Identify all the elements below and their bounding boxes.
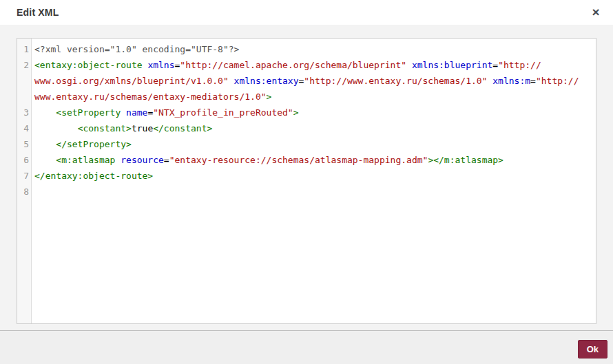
dialog-header: Edit XML × bbox=[0, 0, 613, 25]
line-number: 1 bbox=[17, 41, 32, 57]
code-line: 3 <setProperty name="NTX_profile_in_preR… bbox=[17, 105, 596, 120]
code-line: 4 <constant>true</constant> bbox=[17, 120, 596, 136]
code-text: <setProperty name="NTX_profile_in_preRou… bbox=[32, 105, 299, 120]
line-number: 3 bbox=[17, 105, 32, 120]
line-number: 5 bbox=[17, 136, 32, 152]
line-number: 6 bbox=[17, 152, 32, 168]
code-line: 1<?xml version="1.0" encoding="UTF-8"?> bbox=[17, 41, 596, 57]
code-line: 6 <m:atlasmap resource="entaxy-resource:… bbox=[17, 152, 596, 168]
dialog-footer: Ok bbox=[0, 330, 613, 364]
code-line: www.entaxy.ru/schemas/entaxy-mediators/1… bbox=[17, 89, 596, 105]
code-line: www.osgi.org/xmlns/blueprint/v1.0.0" xml… bbox=[17, 73, 596, 89]
code-text: <constant>true</constant> bbox=[32, 120, 212, 136]
code-line: 7</entaxy:object-route> bbox=[17, 168, 596, 184]
code-text: </entaxy:object-route> bbox=[32, 168, 153, 184]
ok-button[interactable]: Ok bbox=[578, 340, 607, 358]
code-text: <m:atlasmap resource="entaxy-resource://… bbox=[32, 152, 503, 168]
code-text: <entaxy:object-route xmlns="http://camel… bbox=[32, 57, 541, 73]
line-number: 4 bbox=[17, 120, 32, 136]
code-text: www.osgi.org/xmlns/blueprint/v1.0.0" xml… bbox=[32, 73, 579, 89]
dialog-title: Edit XML bbox=[17, 7, 59, 18]
code-text: </setProperty> bbox=[32, 136, 132, 152]
line-number bbox=[17, 73, 32, 89]
code-line: 2<entaxy:object-route xmlns="http://came… bbox=[17, 57, 596, 73]
xml-editor[interactable]: 1<?xml version="1.0" encoding="UTF-8"?>2… bbox=[17, 38, 596, 324]
code-line: 8 bbox=[17, 184, 596, 200]
line-number: 7 bbox=[17, 168, 32, 184]
line-number: 8 bbox=[17, 184, 32, 200]
code-text: www.entaxy.ru/schemas/entaxy-mediators/1… bbox=[32, 89, 271, 105]
line-number bbox=[17, 89, 32, 105]
code-text: <?xml version="1.0" encoding="UTF-8"?> bbox=[32, 41, 239, 57]
code-text bbox=[32, 184, 40, 200]
code-line: 5 </setProperty> bbox=[17, 136, 596, 152]
close-icon[interactable]: × bbox=[588, 4, 604, 21]
line-number: 2 bbox=[17, 57, 32, 73]
editor-content: 1<?xml version="1.0" encoding="UTF-8"?>2… bbox=[17, 39, 596, 200]
